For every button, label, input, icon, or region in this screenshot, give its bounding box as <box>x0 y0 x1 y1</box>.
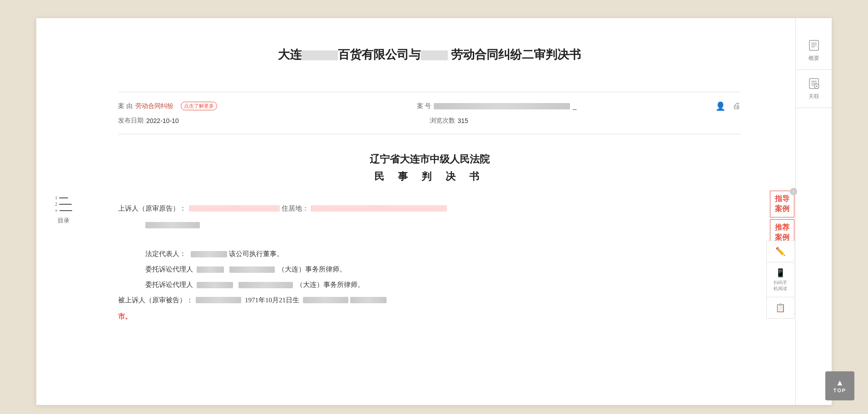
toc-icon: 1 2 ≡ <box>55 195 72 213</box>
legal-rep-name-redacted <box>191 251 227 257</box>
agent1-name-redacted <box>197 266 224 273</box>
appellant-cont-redacted <box>145 222 200 228</box>
sidebar-item-summary[interactable]: 概要 <box>796 32 832 70</box>
svg-rect-0 <box>809 40 818 50</box>
guiding-case-container: × 指导案例 <box>770 191 794 217</box>
tools-panel: ✏️ 📱 扫码手机阅读 📋 <box>766 241 794 319</box>
appellant-label: 上诉人（原审原告）： <box>118 202 186 215</box>
appellant-content: 住居地： <box>189 202 447 215</box>
agent2-suffix: （大连）事务所律师。 <box>296 281 364 288</box>
court-name: 辽宁省大连市中级人民法院 <box>118 153 741 166</box>
meta-row-cause: 案 由 劳动合同纠纷 点击了解更多 案 号 _ 👤 🖨 <box>118 101 741 111</box>
meta-date-col: 发布日期 2022-10-10 <box>118 117 430 125</box>
agent1-suffix: （大连）事务所律师。 <box>278 266 346 273</box>
city-text: 市。 <box>118 313 132 320</box>
tool-copy[interactable]: 📋 <box>767 297 794 318</box>
recommend-case-label: 推荐案例 <box>775 222 789 243</box>
appellee-content: 1971年10月21日生 <box>196 293 387 307</box>
agent2-prefix: 委托诉讼代理人 <box>145 281 193 288</box>
main-container: 1 2 ≡ 目录 概要 <box>36 18 832 405</box>
toc-panel[interactable]: 1 2 ≡ 目录 <box>50 195 77 225</box>
sidebar-item-related[interactable]: 关联 <box>796 70 832 108</box>
sidebar-summary-label: 概要 <box>808 54 819 62</box>
case-cause-label: 案 由 <box>118 102 133 110</box>
top-label: TOP <box>833 388 846 393</box>
guiding-case-btn[interactable]: 指导案例 <box>770 191 794 217</box>
top-arrow-icon: ▲ <box>836 379 844 387</box>
qr-icon: 📱 <box>775 268 785 278</box>
title-text-3: 劳动合同纠纷二审判决书 <box>451 48 581 61</box>
legal-rep-line: 法定代表人： 该公司执行董事。 <box>118 247 741 261</box>
case-cause-link[interactable]: 劳动合同纠纷 <box>135 102 174 110</box>
legal-rep-label: 法定代表人： <box>145 250 186 257</box>
appellant-name-redacted <box>189 205 280 212</box>
copy-icon: 📋 <box>775 303 785 313</box>
guiding-case-label: 指导案例 <box>775 194 789 214</box>
doc-type: 民 事 判 决 书 <box>118 170 741 183</box>
sidebar-related-label: 关联 <box>808 93 819 100</box>
case-number-dash: _ <box>573 103 576 110</box>
title-text-1: 大连 <box>278 48 302 61</box>
legal-rep-text: 该公司执行董事。 <box>229 250 283 257</box>
agent1-prefix: 委托诉讼代理人 <box>145 266 193 273</box>
agent1-firm-redacted <box>229 266 275 273</box>
print-icon[interactable]: 🖨 <box>733 101 741 111</box>
meta-number-col: 案 号 _ <box>417 102 716 110</box>
appellee-more-redacted <box>350 297 387 303</box>
meta-cause-col: 案 由 劳动合同纠纷 点击了解更多 <box>118 102 417 110</box>
agent1-line: 委托诉讼代理人 （大连）事务所律师。 <box>118 262 741 276</box>
appellee-text: 1971年10月21日生 <box>245 293 299 307</box>
appellant-line: 上诉人（原审原告）： 住居地： <box>118 202 741 215</box>
body-section: 上诉人（原审原告）： 住居地： 法定代表人： 该公司执行董事。 委托 <box>118 202 741 323</box>
appellee-line: 被上诉人（原审被告）： 1971年10月21日生 <box>118 293 741 307</box>
case-number-redacted <box>434 103 570 109</box>
qr-label: 扫码手机阅读 <box>774 280 787 291</box>
appellee-name-redacted <box>196 297 241 303</box>
view-count-value: 315 <box>458 117 468 124</box>
float-case-panel: × 指导案例 推荐案例 <box>770 191 794 246</box>
document-related-icon <box>808 77 820 90</box>
pen-icon: ✏️ <box>775 246 785 256</box>
tool-pen[interactable]: ✏️ <box>767 241 794 262</box>
close-guiding-icon[interactable]: × <box>790 188 797 195</box>
title-text-2: 百货有限公司与 <box>338 48 421 61</box>
publish-date-label: 发布日期 <box>118 117 144 125</box>
document-summary-icon <box>808 39 820 52</box>
title-redacted-1 <box>302 50 338 60</box>
more-tag-badge[interactable]: 点击了解更多 <box>181 102 217 110</box>
appellee-addr-redacted <box>303 297 348 303</box>
agent2-name-redacted <box>197 282 233 288</box>
view-count-label: 浏览次数 <box>430 117 455 125</box>
document-title: 大连百货有限公司与 劳动合同纠纷二审判决书 <box>118 45 741 64</box>
toc-label: 目录 <box>58 217 69 225</box>
appellant-cont-line <box>118 218 741 232</box>
meta-row-date: 发布日期 2022-10-10 浏览次数 315 <box>118 117 741 125</box>
right-sidebar: 概要 关联 <box>795 18 832 405</box>
appellant-loc-text: 住居地： <box>282 202 309 215</box>
user-icon[interactable]: 👤 <box>715 101 725 111</box>
meta-icons: 👤 🖨 <box>715 101 741 111</box>
publish-date-value: 2022-10-10 <box>146 117 179 124</box>
case-number-label: 案 号 <box>417 102 432 110</box>
tool-qr[interactable]: 📱 扫码手机阅读 <box>767 262 794 297</box>
appellant-addr-redacted <box>311 205 447 212</box>
top-button[interactable]: ▲ TOP <box>825 371 854 400</box>
agent2-firm-redacted <box>238 282 293 288</box>
city-line: 市。 <box>118 310 741 323</box>
agent2-line: 委托诉讼代理人 （大连）事务所律师。 <box>118 278 741 291</box>
appellee-label: 被上诉人（原审被告）： <box>118 293 193 307</box>
meta-views-col: 浏览次数 315 <box>430 117 741 125</box>
meta-section: 案 由 劳动合同纠纷 点击了解更多 案 号 _ 👤 🖨 发布日期 2022 <box>118 92 741 134</box>
content-area: 大连百货有限公司与 劳动合同纠纷二审判决书 案 由 劳动合同纠纷 点击了解更多 … <box>36 18 795 350</box>
title-redacted-2 <box>421 50 448 60</box>
